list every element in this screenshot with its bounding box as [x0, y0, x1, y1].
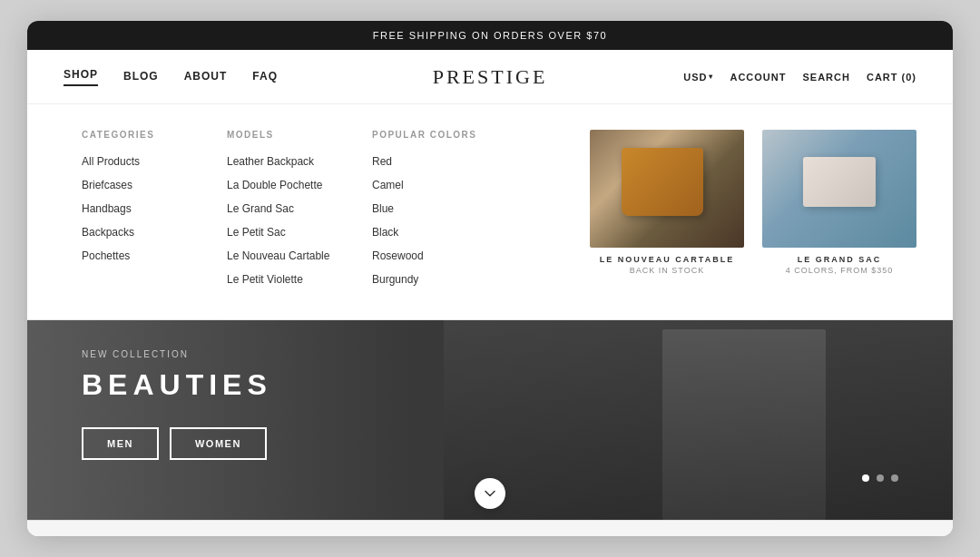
categories-column: CATEGORIES All Products Briefcases Handb…	[82, 130, 227, 294]
models-column: MODELS Leather Backpack La Double Pochet…	[227, 130, 372, 294]
product-label-2: LE GRAND SAC	[798, 255, 882, 264]
categories-list: All Products Briefcases Handbags Backpac…	[82, 152, 227, 263]
list-item[interactable]: All Products	[82, 152, 227, 169]
featured-item-1[interactable]: LE NOUVEAU CARTABLE BACK IN STOCK	[590, 130, 744, 275]
women-button[interactable]: WOMEN	[170, 427, 267, 460]
list-item[interactable]: Camel	[372, 176, 517, 192]
announcement-text: FREE SHIPPING ON ORDERS OVER $70	[373, 30, 607, 41]
scroll-down-button[interactable]	[475, 478, 505, 509]
list-item[interactable]: Blue	[372, 200, 517, 216]
browser-window: FREE SHIPPING ON ORDERS OVER $70 SHOP BL…	[27, 21, 953, 536]
hero-title: BEAUTIES	[82, 368, 272, 402]
list-item[interactable]: Handbags	[82, 200, 227, 216]
list-item[interactable]: Red	[372, 152, 517, 169]
carousel-dot-3[interactable]	[891, 474, 898, 482]
list-item[interactable]: Rosewood	[372, 247, 517, 263]
list-item[interactable]: Leather Backpack	[227, 152, 372, 169]
featured-item-2[interactable]: LE GRAND SAC 4 COLORS, FROM $350	[762, 130, 916, 275]
list-item[interactable]: Burgundy	[372, 270, 517, 287]
announcement-bar: FREE SHIPPING ON ORDERS OVER $70	[27, 21, 953, 50]
product-sub-2: 4 COLORS, FROM $350	[786, 266, 894, 275]
product-image-1	[590, 130, 744, 248]
hero-person-silhouette	[662, 329, 826, 520]
list-item[interactable]: Black	[372, 223, 517, 239]
chevron-down-icon: ▾	[709, 73, 713, 81]
hero-section: NEW COLLECTION BEAUTIES MEN WOMEN	[27, 320, 953, 520]
list-item[interactable]: La Double Pochette	[227, 176, 372, 192]
carousel-dot-1[interactable]	[862, 474, 869, 482]
hero-subtitle: NEW COLLECTION	[82, 349, 272, 359]
carousel-dot-2[interactable]	[877, 474, 884, 482]
mega-menu: CATEGORIES All Products Briefcases Handb…	[27, 104, 953, 320]
featured-images: LE NOUVEAU CARTABLE BACK IN STOCK LE GRA…	[590, 130, 916, 294]
nav-blog[interactable]: BLOG	[123, 70, 159, 86]
hero-content: NEW COLLECTION BEAUTIES MEN WOMEN	[82, 349, 272, 460]
header-right: USD ▾ ACCOUNT SEARCH CART (0)	[683, 72, 916, 83]
colors-list: Red Camel Blue Black Rosewood Burgundy	[372, 152, 517, 287]
list-item[interactable]: Le Petit Violette	[227, 270, 372, 287]
product-image-2	[762, 130, 916, 248]
main-nav: SHOP BLOG ABOUT FAQ	[64, 68, 278, 86]
models-list: Leather Backpack La Double Pochette Le G…	[227, 152, 372, 287]
list-item[interactable]: Backpacks	[82, 223, 227, 239]
categories-heading: CATEGORIES	[82, 130, 227, 140]
colors-column: POPULAR COLORS Red Camel Blue Black Rose…	[372, 130, 517, 294]
list-item[interactable]: Pochettes	[82, 247, 227, 263]
header: SHOP BLOG ABOUT FAQ PRESTIGE USD ▾ ACCOU…	[27, 50, 953, 104]
nav-shop[interactable]: SHOP	[64, 68, 98, 86]
bottom-bar	[27, 520, 953, 536]
nav-about[interactable]: ABOUT	[184, 70, 228, 86]
nav-faq[interactable]: FAQ	[252, 70, 278, 86]
cart-link[interactable]: CART (0)	[867, 72, 916, 83]
product-label-1: LE NOUVEAU CARTABLE	[600, 255, 734, 264]
colors-heading: POPULAR COLORS	[372, 130, 517, 140]
product-sub-1: BACK IN STOCK	[630, 266, 704, 275]
account-link[interactable]: ACCOUNT	[730, 72, 786, 83]
site-logo[interactable]: PRESTIGE	[433, 65, 548, 89]
search-link[interactable]: SEARCH	[802, 72, 849, 83]
list-item[interactable]: Le Nouveau Cartable	[227, 247, 372, 263]
currency-selector[interactable]: USD ▾	[683, 72, 713, 83]
list-item[interactable]: Briefcases	[82, 176, 227, 192]
men-button[interactable]: MEN	[82, 427, 159, 460]
models-heading: MODELS	[227, 130, 372, 140]
hero-buttons: MEN WOMEN	[82, 427, 272, 460]
list-item[interactable]: Le Petit Sac	[227, 223, 372, 239]
list-item[interactable]: Le Grand Sac	[227, 200, 372, 216]
